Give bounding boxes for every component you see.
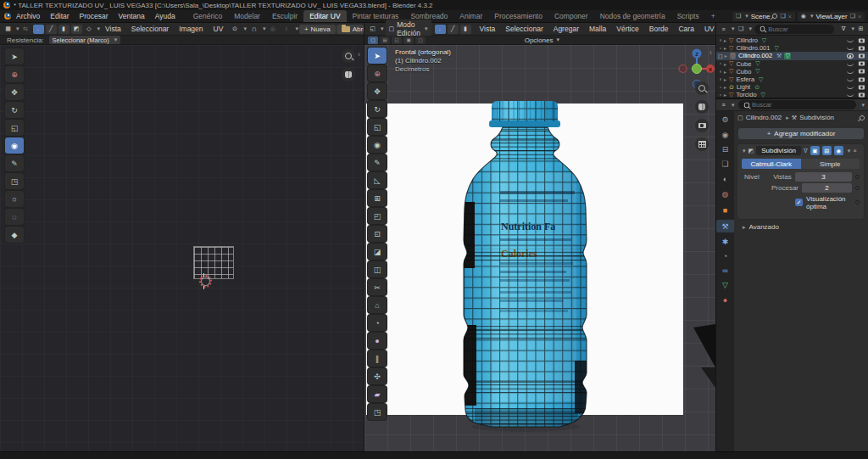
menu-editar[interactable]: Editar bbox=[45, 12, 74, 20]
viewport-pan-button[interactable] bbox=[695, 100, 709, 114]
uv-tool-grab[interactable]: ○ bbox=[5, 191, 24, 207]
subdivision-type-simple-button[interactable]: Simple bbox=[801, 159, 860, 169]
breadcrumb-modifier[interactable]: Subdivisión bbox=[799, 114, 834, 121]
properties-search-input[interactable] bbox=[752, 101, 851, 109]
gizmo-toggle-button[interactable]: ▢ bbox=[368, 36, 378, 44]
render-visibility-icon[interactable] bbox=[859, 77, 865, 81]
advanced-section-toggle[interactable]: ▸ Avanzado bbox=[741, 223, 779, 231]
outliner-row-cilindro-002[interactable]: ▢ ▸ ▽ Cilindro.002 ⚒ ▽ bbox=[716, 52, 868, 59]
render-visibility-icon[interactable] bbox=[859, 46, 865, 50]
v3d-menu-cara[interactable]: Cara bbox=[673, 25, 698, 33]
tool-measure[interactable]: ◺ bbox=[368, 172, 387, 188]
uv-menu-seleccionar[interactable]: Seleccionar bbox=[126, 25, 174, 33]
uv-editor-type-icon[interactable]: ▦ bbox=[3, 25, 14, 34]
workspace-tab-esculpir[interactable]: Esculpir bbox=[266, 10, 303, 22]
uv-zoom-button[interactable] bbox=[342, 49, 355, 63]
tab-render[interactable]: ◉ bbox=[716, 128, 734, 141]
workspace-tab-procesamiento[interactable]: Procesamiento bbox=[488, 10, 548, 22]
tab-material[interactable]: ● bbox=[716, 294, 734, 306]
falloff-icon[interactable]: ≀ bbox=[281, 25, 292, 34]
tool-move[interactable]: ✥ bbox=[368, 83, 387, 99]
tool-transform[interactable]: ◉ bbox=[368, 137, 387, 153]
tool-shear[interactable]: ▰ bbox=[375, 390, 381, 399]
uv-pan-button[interactable] bbox=[342, 68, 355, 81]
expand-icon[interactable]: ▸ bbox=[724, 84, 726, 90]
tool-rotate[interactable]: ↻ bbox=[368, 101, 387, 117]
outliner-row-cubo[interactable]: ▸ ▽ Cubo ▽ bbox=[716, 68, 868, 76]
hide-icon[interactable] bbox=[847, 46, 854, 50]
outliner-search-input[interactable] bbox=[768, 25, 829, 33]
outliner-search[interactable] bbox=[754, 25, 834, 34]
render-visibility-icon[interactable] bbox=[859, 38, 865, 42]
menu-ayuda[interactable]: Ayuda bbox=[150, 12, 181, 20]
pin-icon[interactable] bbox=[859, 114, 865, 120]
hide-icon[interactable] bbox=[847, 92, 854, 97]
tab-object[interactable]: ■ bbox=[716, 204, 734, 216]
animate-dot[interactable] bbox=[855, 186, 860, 190]
xray-toggle-button[interactable]: ◱ bbox=[392, 36, 402, 44]
workspace-tab-componer[interactable]: Componer bbox=[548, 10, 594, 22]
tab-world[interactable]: ◍ bbox=[716, 188, 734, 200]
render-visibility-icon[interactable] bbox=[859, 70, 865, 74]
viewport-zoom-button[interactable] bbox=[695, 81, 709, 95]
tab-modifiers[interactable]: ⚒ bbox=[716, 220, 734, 232]
outliner-row-cilindro[interactable]: ▸ ▽ Cilindro ▽ bbox=[716, 36, 868, 44]
hide-icon[interactable] bbox=[847, 85, 854, 89]
new-collection-icon[interactable]: ⊞ bbox=[855, 25, 866, 34]
editor-divider[interactable] bbox=[364, 23, 364, 451]
uv-tool-pinch[interactable]: ◆ bbox=[5, 227, 24, 243]
scene-selector[interactable]: ❏ ▾ Scene ❏ × bbox=[732, 12, 795, 21]
pivot-point-icon[interactable]: ⊙ bbox=[229, 25, 240, 34]
v3d-menu-vista[interactable]: Vista bbox=[475, 25, 501, 33]
animate-dot[interactable] bbox=[855, 200, 860, 204]
shading-solid-button[interactable]: ▣ bbox=[403, 36, 414, 44]
expand-icon[interactable]: ▸ bbox=[725, 53, 727, 59]
viewport-levels-field[interactable]: 3 bbox=[795, 172, 852, 182]
vertex-group-filter-icon[interactable]: ∇ bbox=[804, 148, 808, 154]
tool-spin[interactable]: ◔ bbox=[368, 315, 387, 331]
outliner-editor-type-icon[interactable]: ≡ bbox=[718, 25, 729, 34]
render-visibility-icon[interactable] bbox=[859, 93, 865, 98]
uv-tool-rip-region[interactable]: ◳ bbox=[5, 173, 24, 189]
workspace-tab-nodos-geometria[interactable]: Nodos de geometría bbox=[594, 10, 671, 22]
v3d-menu-malla[interactable]: Malla bbox=[584, 25, 611, 33]
unlink-scene-icon[interactable]: × bbox=[788, 14, 792, 20]
overlay-toggle-button[interactable]: ▤ bbox=[380, 36, 390, 44]
properties-editor-type-icon[interactable]: ≡ bbox=[718, 100, 729, 109]
render-levels-field[interactable]: 2 bbox=[802, 183, 852, 193]
new-image-button[interactable]: + Nueva bbox=[299, 25, 336, 34]
uv-tool-cursor[interactable]: ⊕ bbox=[5, 66, 24, 82]
tab-scene[interactable]: ◐ bbox=[716, 172, 734, 185]
render-visibility-icon[interactable] bbox=[859, 62, 865, 66]
tab-output[interactable]: ⊟ bbox=[716, 143, 734, 155]
workspace-tab-generico[interactable]: Genérico bbox=[187, 10, 229, 22]
modifier-panel-header[interactable]: ▾ ◩ Subdivisión ∇ ▣ ▤ ◉ ▾ × bbox=[737, 144, 864, 157]
workspace-tab-animar[interactable]: Animar bbox=[453, 10, 488, 22]
uv-menu-imagen[interactable]: Imagen bbox=[174, 25, 208, 33]
outliner-row-light[interactable]: ▸ ⊙ Light ⊙ bbox=[716, 83, 868, 91]
uv-select-vertex-button[interactable]: ∙ bbox=[33, 25, 44, 34]
remove-view-layer-icon[interactable]: × bbox=[858, 14, 861, 20]
uv-select-face-button[interactable]: ▮ bbox=[58, 25, 70, 34]
tool-scale[interactable]: ◱ bbox=[368, 119, 387, 135]
visible-eye-icon[interactable] bbox=[847, 53, 854, 59]
tool-loop-cut[interactable]: ◫ bbox=[368, 261, 387, 277]
uv-menu-uv[interactable]: UV bbox=[209, 25, 229, 33]
select-mode-edge-button[interactable]: ╱ bbox=[448, 25, 459, 34]
uv-2d-cursor[interactable] bbox=[199, 275, 212, 288]
outliner-row-cube[interactable]: ▸ ▽ Cube ▽ bbox=[716, 60, 868, 68]
uv-tool-relax[interactable]: ◌ bbox=[5, 209, 24, 225]
tool-smooth[interactable]: ● bbox=[375, 337, 379, 345]
extras-dropdown-icon[interactable]: ▾ bbox=[848, 148, 851, 154]
uv-tool-rotate[interactable]: ↻ bbox=[5, 102, 24, 118]
viewport-editor-type-icon[interactable]: ◱ bbox=[367, 25, 378, 34]
tool-shrink-fatten[interactable]: ✣ bbox=[368, 368, 387, 384]
blender-menu-icon[interactable] bbox=[4, 13, 11, 20]
modifier-name-field[interactable]: Subdivisión bbox=[756, 146, 801, 155]
menu-ventana[interactable]: Ventana bbox=[114, 12, 150, 20]
proportional-edit-icon[interactable]: ◎ bbox=[267, 25, 278, 34]
hide-icon[interactable] bbox=[847, 77, 854, 81]
tab-constraints[interactable]: ∞ bbox=[716, 264, 734, 277]
render-visibility-icon[interactable] bbox=[859, 85, 865, 89]
outliner-row-esfera[interactable]: ▸ ▽ Esfera ▽ bbox=[716, 76, 868, 83]
